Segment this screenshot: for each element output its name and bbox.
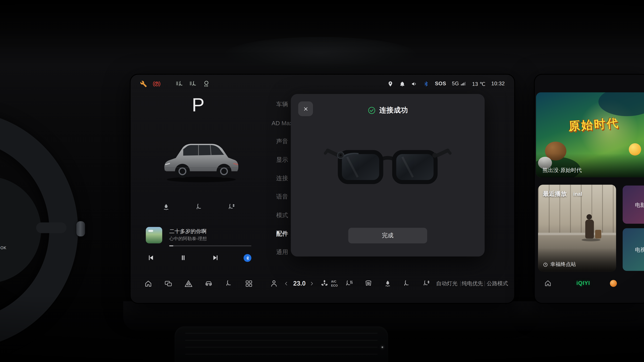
vehicle-panel: P 二十多岁的你啊 [137,93,260,290]
ac-eco-labels: A/C ECO [331,280,338,288]
dock-bar: 23.0 A/C ECO 自动灯光 纯电优先 公路模式 [131,274,514,293]
steering-ok-button[interactable]: OK [0,245,6,250]
divider [460,281,460,286]
gear-indicator: P [137,93,260,116]
media-progress-fill [169,245,173,246]
steering-wheel-spoke [36,222,66,233]
media-title: 二十多岁的你啊 [169,228,254,235]
passenger-screen: 原始时代 熊出没·原始时代 最近播放 inal 幸福终点站 电影 电视 [535,75,644,303]
fragrance-icon [384,279,392,288]
network-label: 5G [452,81,459,86]
orange-app-icon[interactable] [610,280,617,287]
seat-adjust-icon [422,279,430,288]
passenger-home-button[interactable] [544,279,552,287]
gear-stalk-knob[interactable] [76,221,85,237]
defrost-button[interactable] [364,279,373,288]
signal-bars-icon [460,81,466,87]
parking-brake-icon [153,80,161,88]
fan-icon [320,279,329,288]
person-icon [270,279,278,288]
smart-glasses-image [323,134,453,199]
pause-button[interactable] [179,254,187,262]
dashboard-vents [174,326,388,362]
bluetooth-audio-button[interactable] [244,254,252,262]
ac-label: A/C [331,280,338,284]
fan-ac-button[interactable] [320,279,329,288]
side-tile-label: 电视 [635,246,644,254]
road-mode-button[interactable]: 公路模式 [487,280,508,287]
dashboard-cowl [224,37,417,73]
hazard-triangle-icon [184,279,193,288]
seat-heat-icon [345,279,353,288]
auto-light-button[interactable]: 自动灯光 [436,280,458,287]
recent-figure-head [586,214,592,220]
recent-caption: 幸福终点站 [543,261,576,268]
recent-suitcase [595,230,601,239]
steering-heat-icon [202,80,210,88]
iqiyi-logo[interactable]: iQIYI [572,280,594,286]
home-button[interactable] [144,279,152,288]
status-led [382,347,383,348]
temperature-value[interactable]: 23.0 [293,280,306,287]
chevron-right-icon [309,281,314,286]
main-touchscreen: SOS 5G 13 ℃ 10:32 P [131,75,514,303]
recent-card[interactable]: 最近播放 inal 幸福终点站 [538,185,616,272]
driver-climate-button[interactable] [270,279,278,288]
seat-massage-button[interactable] [402,279,411,288]
seat-controls-button[interactable] [224,279,233,288]
status-right-group: SOS 5G 13 ℃ 10:32 [387,81,505,87]
next-track-button[interactable] [212,254,220,262]
bluetooth-icon [423,81,429,87]
side-tile-tv[interactable]: 电视 [623,228,644,271]
media-artist: 心中的阿勒泰-理想 [169,236,254,242]
temp-increase-button[interactable] [309,281,314,286]
seat-heat-button[interactable] [345,279,353,288]
status-left-group [140,80,210,88]
service-wrench-icon [140,80,147,87]
vehicle-image [158,124,244,190]
ev-priority-button[interactable]: 纯电优先 [462,280,483,287]
previous-track-button[interactable] [146,254,155,262]
seat-massage-icon [402,279,411,288]
home-icon [144,279,152,288]
volume-icon [411,81,417,87]
side-tile-movies[interactable]: 电影 [623,186,644,224]
quick-fragrance-button[interactable] [162,203,170,211]
side-tile-label: 电影 [635,202,644,209]
chevron-left-icon [284,281,289,286]
album-art [146,227,162,243]
home-icon [544,279,552,287]
display-switch-button[interactable] [164,279,172,288]
connection-success-modal: 连接成功 完成 [291,94,485,257]
history-clock-icon [543,262,548,267]
temp-decrease-button[interactable] [284,281,289,286]
fragrance-button[interactable] [384,279,392,288]
modal-header: 连接成功 [291,105,485,115]
network-indicator: 5G [452,81,466,87]
media-progress-bar[interactable] [169,245,252,246]
quick-seat-adjust-button[interactable] [227,203,236,211]
status-bar: SOS 5G 13 ℃ 10:32 [131,78,514,89]
recent-art-text: inal [574,191,582,197]
seat-climate-left-icon [176,80,183,88]
recent-art-floor [538,233,616,235]
featured-poster[interactable]: 原始时代 熊出没·原始时代 [536,92,644,177]
vehicle-controls-button[interactable] [204,279,213,288]
car-cabin-scene: OK SOS 5G 13 ℃ [0,0,644,362]
seat-adjust-button[interactable] [422,279,430,288]
quick-seat-massage-button[interactable] [195,203,203,211]
featured-caption: 熊出没·原始时代 [542,167,582,174]
recent-figure-shadow [582,239,601,242]
apps-grid-icon [244,279,253,288]
recent-title: 幸福终点站 [550,261,576,268]
notifications-icon [399,81,405,87]
screenshot-stage: OK SOS 5G 13 ℃ [0,0,644,362]
done-button[interactable]: 完成 [348,228,427,243]
defrost-icon [364,279,373,288]
recent-fade [538,248,616,272]
hazard-button[interactable] [184,279,193,288]
clock-label: 10:32 [492,81,505,86]
car-icon [204,279,213,288]
apps-button[interactable] [244,279,253,288]
location-icon [387,81,394,87]
